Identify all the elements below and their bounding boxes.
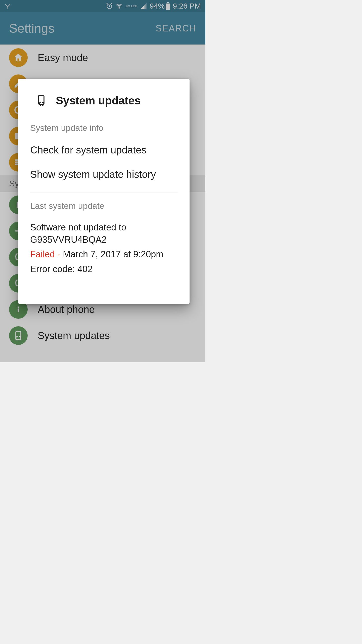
phone-sync-icon (36, 95, 47, 107)
target-version: G935VVRU4BQA2 (30, 234, 107, 245)
not-updated-text: Software not updated to (30, 222, 126, 232)
dialog-section-last: Last system update (18, 192, 190, 216)
last-update-status: Software not updated to G935VVRU4BQA2 Fa… (18, 216, 190, 275)
dialog-title: System updates (56, 94, 141, 107)
show-update-history-item[interactable]: Show system update history (18, 162, 190, 187)
system-updates-dialog: System updates System update info Check … (18, 79, 190, 304)
fail-label: Failed (30, 249, 55, 259)
dialog-section-info: System update info (18, 114, 190, 138)
check-for-updates-item[interactable]: Check for system updates (18, 138, 190, 162)
error-code-value: 402 (77, 264, 93, 274)
fail-timestamp: March 7, 2017 at 9:20pm (63, 249, 163, 259)
fail-dash: - (55, 249, 63, 259)
error-code-label: Error code: (30, 264, 77, 274)
